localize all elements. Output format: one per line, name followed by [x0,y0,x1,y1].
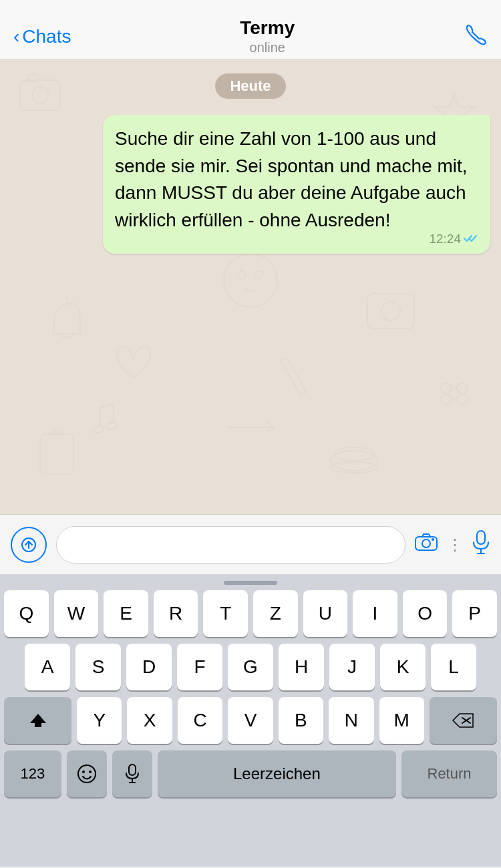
key-c[interactable]: C [178,697,222,744]
input-bar: ⋮ [0,514,501,574]
contact-status: online [240,40,295,55]
message-row: Suche dir eine Zahl von 1-100 aus und se… [11,115,490,254]
back-button[interactable]: ‹ Chats [13,26,71,47]
mic-button[interactable] [472,530,490,559]
key-x[interactable]: X [127,697,172,744]
back-label[interactable]: Chats [22,26,71,47]
keyboard-handle [4,581,497,585]
header: ‹ Chats Termy online [0,0,501,60]
key-mic-keyboard[interactable] [112,750,152,797]
svg-point-42 [89,771,92,773]
keyboard: Q W E R T Z U I O P A S D F G H J K L Y … [0,574,501,867]
key-d[interactable]: D [126,644,172,690]
key-y[interactable]: Y [77,697,122,744]
key-n[interactable]: N [329,697,373,744]
message-time: 12:24 [429,230,461,248]
keyboard-row-2: A S D F G H J K L [4,644,497,690]
date-label: Heute [215,73,285,99]
date-separator: Heute [11,73,490,99]
key-m[interactable]: M [379,697,424,744]
message-bubble-outgoing: Suche dir eine Zahl von 1-100 aus und se… [103,115,490,254]
keyboard-row-3: Y X C V B N M [4,697,497,744]
key-b[interactable]: B [279,697,323,744]
key-s[interactable]: S [75,644,121,690]
key-k[interactable]: K [380,644,426,690]
key-l[interactable]: L [431,644,476,690]
keyboard-row-1: Q W E R T Z U I O P [4,590,497,637]
svg-point-33 [422,539,430,548]
key-u[interactable]: U [303,590,348,637]
key-h[interactable]: H [279,644,324,690]
svg-point-40 [78,765,96,783]
key-r[interactable]: R [154,590,198,637]
key-o[interactable]: O [403,590,448,637]
message-text: Suche dir eine Zahl von 1-100 aus und se… [115,128,468,230]
key-v[interactable]: V [228,697,273,744]
key-a[interactable]: A [25,644,70,690]
chevron-left-icon: ‹ [13,26,19,47]
header-contact-info: Termy online [240,17,295,55]
svg-rect-35 [477,531,485,544]
phone-button[interactable] [464,22,488,51]
camera-button[interactable] [415,533,438,556]
svg-rect-43 [129,765,136,775]
message-meta: 12:24 [429,229,481,248]
key-e[interactable]: E [104,590,148,637]
svg-point-34 [432,538,434,541]
key-q[interactable]: Q [4,590,49,637]
chat-messages: Heute Suche dir eine Zahl von 1-100 aus … [0,60,501,514]
key-return[interactable]: Return [401,750,497,797]
key-t[interactable]: T [203,590,248,637]
message-input[interactable] [56,526,405,564]
key-p[interactable]: P [452,590,497,637]
upload-button[interactable] [11,527,47,563]
key-i[interactable]: I [353,590,397,637]
key-emoji[interactable] [67,750,107,797]
key-z[interactable]: Z [253,590,298,637]
message-read-ticks [464,229,481,248]
svg-point-41 [82,771,85,773]
key-f[interactable]: F [177,644,222,690]
chat-area: Heute Suche dir eine Zahl von 1-100 aus … [0,60,501,514]
keyboard-handle-bar [224,581,277,585]
key-j[interactable]: J [329,644,375,690]
more-button[interactable]: ⋮ [447,535,462,554]
key-spacebar[interactable]: Leerzeichen [158,750,396,797]
key-g[interactable]: G [228,644,273,690]
contact-name[interactable]: Termy [240,17,295,39]
key-w[interactable]: W [54,590,99,637]
key-shift[interactable] [4,697,71,744]
key-123[interactable]: 123 [4,750,61,797]
key-delete[interactable] [430,697,497,744]
keyboard-row-4: 123 Leerzeichen Return [4,750,497,797]
